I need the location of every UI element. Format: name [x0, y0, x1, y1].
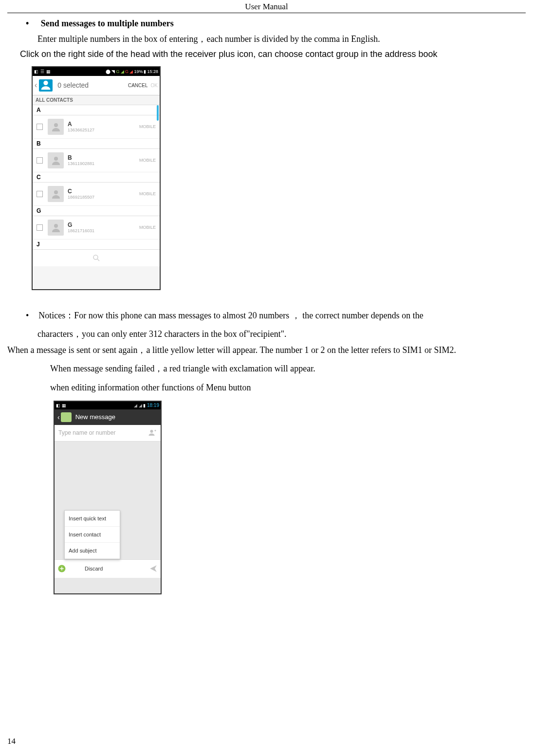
bullet-dot: • — [26, 311, 29, 320]
checkbox[interactable] — [37, 191, 43, 197]
bullet-heading: Send messages to multiple numbers — [26, 17, 526, 30]
ok-button[interactable]: OK — [151, 83, 158, 88]
battery-icon: ▮ — [143, 403, 146, 408]
signal-icon: ◢ ◢ — [134, 403, 142, 408]
status-bar: ◧ ▦ ◢ ◢ ▮ 18:19 — [55, 402, 161, 409]
paragraph-2: Click on the right side of the head with… — [20, 47, 526, 61]
notices-label: Notices： — [38, 311, 74, 320]
notif-icon: ◧ — [34, 69, 38, 74]
header-title: New message — [75, 413, 115, 421]
svg-point-1 — [54, 123, 58, 127]
contact-name: A — [68, 121, 139, 128]
contacts-icon — [39, 79, 53, 92]
contact-row[interactable]: C 18692185507 MOBILE — [33, 183, 160, 206]
back-icon[interactable]: ‹ — [57, 413, 60, 421]
menu-item-add-subject[interactable]: Add subject — [65, 543, 120, 559]
contact-info: A 13636625127 — [68, 121, 139, 132]
wifi-icon: ◥ — [111, 69, 115, 74]
battery-percent: 19% — [134, 69, 143, 74]
contact-number: 13611902881 — [68, 161, 139, 166]
scroll-indicator — [157, 105, 159, 121]
avatar — [48, 220, 64, 236]
message-header: ‹ New message — [55, 409, 161, 425]
section-header: A — [33, 105, 160, 115]
contact-name: B — [68, 154, 139, 161]
notif-icon: ▦ — [46, 69, 51, 74]
menu-item-insert-contact[interactable]: Insert contact — [65, 527, 120, 543]
status-right: ◢ ◢ ▮ 18:19 — [134, 403, 159, 408]
recipient-input-bar[interactable]: Type name or number — [55, 425, 161, 442]
back-icon[interactable]: ‹ — [35, 81, 37, 90]
status-right: ⬤ ◥ G ◢ G ◢ 19% ▮ 15:28 — [106, 69, 158, 74]
attach-icon[interactable] — [57, 564, 66, 573]
contact-info: C 18692185507 — [68, 188, 139, 200]
notices-bullet: •Notices：For now this phone can mass mes… — [26, 308, 526, 323]
signal-icon: G ◢ — [125, 69, 133, 74]
contact-info: G 18621716031 — [68, 221, 139, 233]
contact-type: MOBILE — [139, 225, 156, 230]
svg-point-4 — [54, 224, 58, 228]
search-icon — [92, 254, 101, 262]
notices-continuation: characters，you can only enter 312 charac… — [37, 326, 526, 342]
signal-icon: G ◢ — [116, 69, 124, 74]
section-header: C — [33, 172, 160, 183]
contact-name: C — [68, 188, 139, 195]
contact-row[interactable]: G 18621716031 MOBILE — [33, 216, 160, 240]
compose-bar: Discard — [55, 559, 161, 578]
notif-icon: ◧ ▦ — [56, 403, 66, 408]
notices-text: For now this phone can mass messages to … — [74, 311, 423, 320]
wifi-icon: ⬤ — [106, 69, 110, 74]
avatar — [48, 152, 64, 168]
selection-toolbar: ‹ 0 selected CANCEL OK — [33, 76, 160, 95]
contact-type: MOBILE — [139, 191, 156, 196]
paragraph-5: when editing information other functions… — [50, 381, 526, 395]
contact-number: 13636625127 — [68, 128, 139, 132]
svg-point-5 — [93, 255, 98, 259]
bullet-text: Send messages to multiple numbers — [41, 18, 174, 28]
cancel-button[interactable]: CANCEL — [128, 83, 148, 88]
selected-count: 0 selected — [57, 81, 128, 89]
avatar — [48, 119, 64, 135]
svg-point-0 — [44, 81, 48, 85]
contact-name: G — [68, 221, 139, 228]
svg-point-3 — [54, 190, 58, 194]
status-left: ◧ ☰ ▦ — [34, 69, 51, 74]
recipient-placeholder: Type name or number — [58, 429, 148, 436]
menu-item-insert-quick-text[interactable]: Insert quick text — [65, 511, 120, 527]
contact-number: 18621716031 — [68, 228, 139, 233]
contact-type: MOBILE — [139, 124, 156, 129]
paragraph-4: When message sending failed，a red triang… — [50, 362, 526, 376]
battery-icon: ▮ — [144, 69, 146, 74]
status-bar: ◧ ☰ ▦ ⬤ ◥ G ◢ G ◢ 19% ▮ 15:28 — [33, 67, 160, 76]
checkbox[interactable] — [37, 224, 43, 231]
checkbox[interactable] — [37, 124, 43, 130]
add-contact-icon[interactable] — [148, 428, 157, 437]
avatar — [48, 186, 64, 202]
section-header: G — [33, 206, 160, 216]
message-body: Insert quick text Insert contact Add sub… — [55, 442, 161, 559]
time-label: 18:19 — [147, 403, 159, 408]
page-number: 14 — [7, 737, 16, 746]
menu-item-discard[interactable]: Discard — [70, 566, 149, 572]
page-header: User Manual — [0, 0, 533, 13]
contact-row[interactable]: B 13611902881 MOBILE — [33, 149, 160, 172]
checkbox[interactable] — [37, 157, 43, 164]
svg-point-2 — [54, 157, 58, 161]
screenshot-contacts: ◧ ☰ ▦ ⬤ ◥ G ◢ G ◢ 19% ▮ 15:28 ‹ 0 select… — [32, 66, 161, 290]
status-left: ◧ ▦ — [56, 403, 66, 408]
section-header: J — [33, 240, 160, 250]
search-bar[interactable] — [33, 250, 160, 266]
paragraph-3: When a message is sent or sent again，a l… — [7, 344, 526, 357]
notif-icon: ☰ — [40, 69, 44, 74]
svg-point-7 — [150, 430, 153, 433]
time-label: 15:28 — [147, 69, 158, 74]
contact-number: 18692185507 — [68, 195, 139, 200]
all-contacts-tab: ALL CONTACTS — [33, 95, 160, 105]
contact-type: MOBILE — [139, 158, 156, 163]
screenshot-new-message: ◧ ▦ ◢ ◢ ▮ 18:19 ‹ New message Type name … — [54, 401, 162, 594]
contact-row[interactable]: A 13636625127 MOBILE — [33, 115, 160, 139]
send-icon[interactable] — [149, 564, 158, 573]
section-header: B — [33, 139, 160, 149]
svg-line-6 — [97, 259, 99, 261]
main-content: Send messages to multiple numbers Enter … — [0, 13, 533, 594]
